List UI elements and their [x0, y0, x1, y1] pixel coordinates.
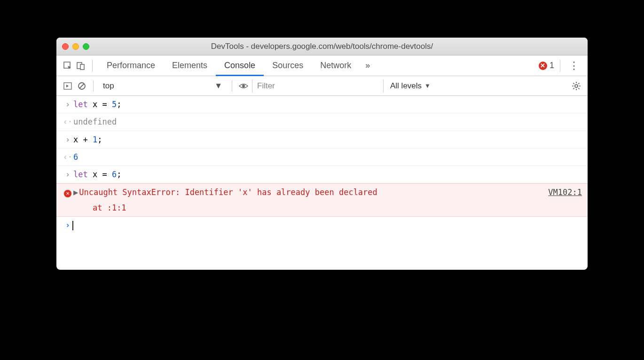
input-chevron-icon: ›	[62, 97, 73, 112]
console-prompt-row: ›	[56, 217, 588, 234]
svg-line-15	[578, 83, 579, 84]
filter-input[interactable]	[252, 79, 384, 93]
svg-line-12	[573, 83, 574, 84]
console-result: undefined	[73, 114, 582, 129]
console-result-row: ‹·undefined	[56, 113, 588, 131]
chevron-down-icon: ▼	[424, 82, 431, 89]
clear-console-icon[interactable]	[76, 80, 87, 92]
result-chevron-icon: ‹·	[62, 114, 73, 129]
tab-sources[interactable]: Sources	[264, 55, 312, 76]
svg-rect-2	[80, 64, 84, 70]
window-close-button[interactable]	[62, 43, 69, 50]
console-input-row: ›let x = 6;	[56, 166, 588, 183]
prompt-chevron-icon: ›	[62, 218, 73, 233]
live-expression-icon[interactable]	[238, 80, 249, 92]
inspect-icon[interactable]	[62, 60, 73, 71]
toolbar-divider	[560, 60, 560, 72]
subbar-divider	[93, 80, 94, 92]
svg-line-14	[573, 88, 574, 89]
context-select[interactable]: top ▼	[99, 81, 226, 91]
error-count-badge[interactable]: ✕ 1	[539, 61, 554, 70]
device-toggle-icon[interactable]	[75, 60, 86, 71]
toolbar-divider	[92, 60, 93, 72]
console-code: let x = 5;	[73, 97, 582, 112]
window-title: DevTools - developers.google.com/web/too…	[56, 42, 588, 51]
tabs-overflow-button[interactable]: »	[361, 55, 374, 76]
console-code: let x = 6;	[73, 167, 582, 182]
error-source-link[interactable]: VM102:1	[548, 185, 582, 215]
console-error-row: ✕▶Uncaught SyntaxError: Identifier 'x' h…	[56, 183, 588, 217]
error-icon: ✕	[64, 190, 71, 197]
sidebar-toggle-icon[interactable]	[62, 80, 73, 92]
subbar-divider	[232, 80, 232, 92]
log-level-select[interactable]: All levels ▼	[386, 81, 434, 91]
devtools-window: DevTools - developers.google.com/web/too…	[56, 38, 588, 270]
tab-elements[interactable]: Elements	[164, 55, 216, 76]
window-maximize-button[interactable]	[83, 43, 89, 50]
tabs-container: PerformanceElementsConsoleSourcesNetwork	[98, 55, 360, 76]
more-menu-button[interactable]: ⋮	[566, 60, 582, 72]
svg-line-13	[578, 88, 579, 89]
expand-triangle-icon[interactable]: ▶	[73, 188, 78, 197]
input-chevron-icon: ›	[62, 167, 73, 182]
input-chevron-icon: ›	[62, 132, 73, 147]
console-result: 6	[73, 149, 582, 164]
titlebar: DevTools - developers.google.com/web/too…	[56, 38, 588, 55]
console-prompt-input[interactable]	[73, 218, 582, 233]
tab-console[interactable]: Console	[216, 55, 264, 76]
log-level-label: All levels	[390, 81, 422, 91]
tab-performance[interactable]: Performance	[98, 55, 164, 76]
chevron-down-icon: ▼	[214, 81, 222, 91]
console-result-row: ‹·6	[56, 149, 588, 166]
error-message: ▶Uncaught SyntaxError: Identifier 'x' ha…	[73, 185, 548, 215]
context-value: top	[103, 81, 114, 91]
svg-point-6	[242, 85, 245, 87]
console-subbar: top ▼ All levels ▼	[56, 76, 588, 96]
console-code: x + 1;	[73, 132, 582, 147]
error-count: 1	[550, 61, 554, 70]
result-chevron-icon: ‹·	[62, 149, 73, 164]
console-input-row: ›let x = 5;	[56, 96, 588, 113]
traffic-lights	[62, 43, 89, 50]
console-settings-icon[interactable]	[571, 80, 582, 92]
window-minimize-button[interactable]	[72, 43, 79, 50]
tab-network[interactable]: Network	[312, 55, 360, 76]
console-input-row: ›x + 1;	[56, 131, 588, 149]
error-x-icon: ✕	[539, 62, 547, 70]
console-output[interactable]: ›let x = 5;‹·undefined›x + 1;‹·6›let x =…	[56, 96, 588, 270]
svg-point-7	[575, 85, 578, 87]
svg-line-5	[79, 84, 84, 88]
main-toolbar: PerformanceElementsConsoleSourcesNetwork…	[56, 55, 588, 76]
